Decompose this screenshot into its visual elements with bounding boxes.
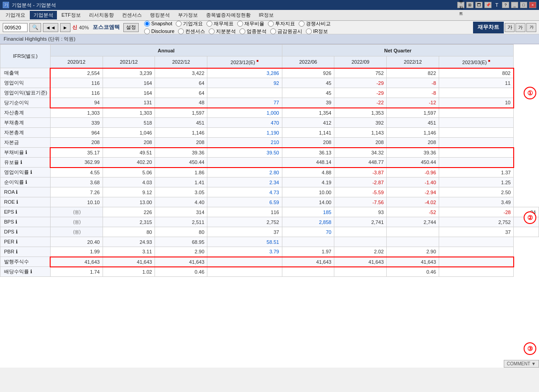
cell-quarter-8-0: 36.13 [282,148,334,158]
cell-annual-18-0: 1.99 [50,247,103,257]
cell-quarter-14-1: -52 [387,207,439,217]
prev-btn[interactable]: ◄◄ [43,23,58,32]
help-btn[interactable]: ? [502,2,509,8]
row-label-5: 부채총계 [0,118,51,128]
table-row: 유보율 ℹ362.99402.20450.44448.14448.77450.4… [0,158,539,168]
row-label-2: 영업이익(발표기준) [0,88,51,98]
annual-group-header: Annual [50,45,282,56]
menu-ranking[interactable]: 랭킹분석 [146,11,173,19]
row-label-3: 당기순이익 [0,98,51,108]
comment-bar[interactable]: COMMENT ▼ [504,360,539,368]
cell-quarter-19-0: 41,643 [282,257,334,267]
radio-tujajipyo[interactable]: 투자지표 [268,20,295,27]
table-row: PBR ℹ1.993.112.903.791.972.022.90 [0,247,539,257]
cell-annual-2-1: 164 [103,88,155,98]
radio-disclosure[interactable]: Disclosure [144,28,174,34]
cell-quarter-7-2: 208 [387,138,439,148]
next-btn[interactable]: ► [60,23,70,32]
cell-annual-2-3 [207,88,282,98]
radio-jaemujepyo[interactable]: 재무제표 [206,20,234,27]
cell-annual-18-2: 2.90 [155,247,207,257]
menu-jongmok[interactable]: 종목별증자예정현황 [202,11,254,19]
cell-annual-15-1: 2,511 [155,217,207,227]
cell-annual-19-1: 41,643 [103,257,155,267]
monitor-btn[interactable]: ⊞ [466,2,473,8]
cell-quarter-0-1: 752 [334,68,387,78]
cell-annual-4-0: 1,303 [50,108,103,118]
cell-quarter-13-2: -4.02 [387,197,439,207]
table-row: 자본총계9641,0461,1461,1901,1411,1431,146 [0,128,539,138]
main-content[interactable]: IFRS(별도) Annual Net Quarter 2020/12 2021… [0,44,539,368]
menu-buga[interactable]: 부가정보 [174,11,202,19]
jaemuhart-btn[interactable]: 재무차트 [457,2,464,8]
setting-btn[interactable]: 설정 [123,23,139,32]
cell-annual-8-1: 49.51 [103,148,155,158]
row-label-4: 자산총계 [0,108,51,118]
jaemu-chart-btn[interactable]: 재무차트 [473,22,504,33]
radio-consensus2[interactable]: 컨센서스 [178,28,205,35]
cell-quarter-7-1: 208 [334,138,387,148]
radio-geumgam[interactable]: 금감원공시 [270,28,302,35]
close-btn[interactable]: × [529,2,536,8]
annotation-circle-3: ③ [524,342,536,355]
cell-annual-13-0: 10.10 [50,197,103,207]
cell-annual-15-3: 2,858 [282,217,334,227]
col-2022: 2022/12 [155,56,207,68]
col-q2209: 2022/09 [334,56,387,68]
cell-quarter-10-1: -3.87 [334,168,387,177]
menu-consensus[interactable]: 컨센서스 [118,11,145,19]
cell-annual-20-3 [207,267,282,277]
menu-gibeopgaeyop[interactable]: 기업개요 [2,11,29,19]
cell-quarter-9-2: 450.44 [387,158,439,168]
cell-annual-9-0: 362.99 [50,158,103,168]
font-medium-btn[interactable]: 가 [516,23,525,32]
table-row: ROA ℹ7.269.123.054.7310.00-5.59-2.942.50 [0,187,539,197]
row-label-16: DPS ℹ [0,227,51,237]
cell-annual-17-0: 20.40 [50,237,103,247]
cell-quarter-2-0: 45 [282,88,334,98]
cell-quarter-20-0 [282,267,334,277]
zoom-label: 40% [79,25,89,30]
search-btn[interactable]: 🔍 [29,23,41,32]
cell-quarter-19-1: 41,643 [334,257,387,267]
menu-riserchidonghyang[interactable]: 리서치동향 [85,11,117,19]
cell-quarter-15-2: 2,752 [439,217,514,227]
cell-quarter-6-2: 1,146 [387,128,439,138]
radio-gibeopgaeyop[interactable]: 기업개요 [176,20,203,27]
financial-table: IFRS(별도) Annual Net Quarter 2020/12 2021… [0,44,539,277]
cell-quarter-2-1: -29 [334,88,387,98]
menu-gibeopbunsaek[interactable]: 기업분석 [30,11,57,19]
cell-annual-18-3: 3.79 [207,247,282,257]
radio-jibun[interactable]: 지분분석 [209,28,236,35]
stock-code-input[interactable] [3,23,28,32]
radio-snapshot[interactable]: Snapshot [144,21,172,27]
maximize-btn[interactable]: □ [520,2,527,8]
pin-btn[interactable]: 📌 [484,2,492,8]
radio-eobjongg[interactable]: 업종분석 [239,28,267,35]
cell-annual-19-3 [207,257,282,267]
cell-quarter-12-2: -2.94 [387,187,439,197]
cell-quarter-19-3 [439,257,514,267]
cell-annual-20-0: 1.74 [50,267,103,277]
cell-quarter-5-3 [439,118,514,128]
radio-gyeongjaeng[interactable]: 경쟁사비교 [299,20,331,27]
menu-ir[interactable]: IR정보 [255,11,277,19]
cell-annual-5-1: 518 [103,118,155,128]
cell-quarter-16-3 [514,227,539,237]
cell-quarter-9-0: 448.14 [282,158,334,168]
restore-btn[interactable]: 🗔 [475,2,483,8]
cell-quarter-18-1: 2.02 [334,247,387,257]
table-row: 영업이익률 ℹ4.555.061.862.804.88-3.87-0.961.3… [0,168,539,177]
minimize-btn[interactable]: _ [511,2,518,8]
radio-jaemubiyul[interactable]: 재무비율 [237,20,264,27]
cell-annual-2-0: 116 [50,88,103,98]
cell-quarter-12-3: 2.50 [439,187,514,197]
font-small-btn[interactable]: 가 [526,23,536,32]
cell-annual-19-0: 41,643 [50,257,103,267]
menu-etfjeongbo[interactable]: ETF정보 [58,11,84,19]
font-large-btn[interactable]: 가 [505,23,515,32]
cell-quarter-3-0: 39 [282,98,334,108]
cell-annual-10-3: 2.80 [207,168,282,177]
cell-quarter-9-3 [439,158,514,168]
radio-irjeongbo[interactable]: IR정보 [306,28,328,35]
